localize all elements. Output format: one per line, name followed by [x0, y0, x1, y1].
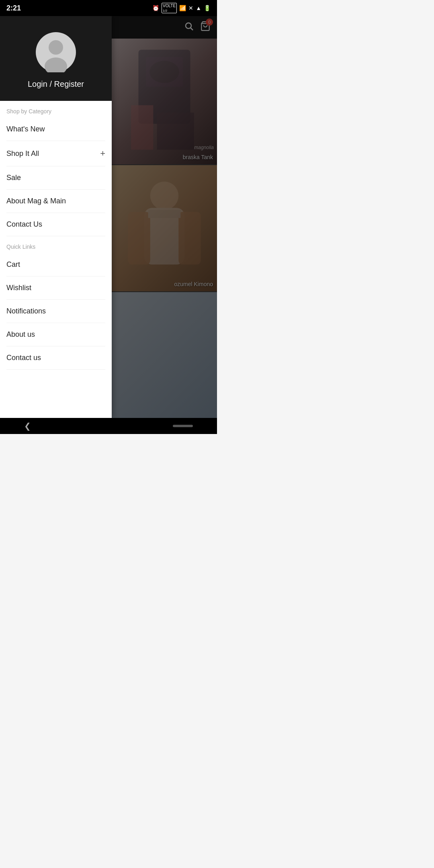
menu-item-sale[interactable]: Sale	[0, 166, 112, 189]
expand-icon: +	[100, 148, 105, 159]
alarm-icon: ⏰	[152, 5, 159, 11]
menu-item-cart[interactable]: Cart	[0, 253, 112, 276]
menu-item-contact-us[interactable]: Contact Us	[0, 213, 112, 236]
menu-item-shop-it-all[interactable]: Shop It All +	[0, 141, 112, 166]
wifi-icon: 📶	[179, 5, 186, 11]
battery-icon: 🔋	[204, 5, 211, 11]
volte-icon: VOLTE1/2	[162, 3, 177, 13]
signal-x-icon: ✕	[188, 5, 193, 11]
menu-label-contact-us-quick: Contact us	[6, 354, 41, 362]
menu-label-cart: Cart	[6, 260, 20, 269]
bottom-bar: ❮	[0, 418, 217, 434]
signal-icon: ▲	[196, 5, 201, 11]
divider	[6, 369, 105, 370]
status-time: 2:21	[6, 4, 21, 12]
menu-item-contact-us-quick[interactable]: Contact us	[0, 346, 112, 369]
side-drawer: Login / Register Shop by Category What's…	[0, 16, 112, 418]
shop-by-category-label: Shop by Category	[0, 101, 112, 118]
login-register-label[interactable]: Login / Register	[28, 80, 84, 89]
main-layout: Login / Register Shop by Category What's…	[0, 16, 217, 418]
menu-label-whats-new: What's New	[6, 125, 45, 133]
drawer-header[interactable]: Login / Register	[0, 16, 112, 101]
drawer-menu: Shop by Category What's New Shop It All …	[0, 101, 112, 418]
svg-point-1	[49, 40, 63, 55]
menu-label-wishlist: Wishlist	[6, 284, 31, 292]
back-button[interactable]: ❮	[24, 421, 31, 431]
menu-item-about-mag-main[interactable]: About Mag & Main	[0, 190, 112, 213]
menu-label-about-mag-main: About Mag & Main	[6, 197, 66, 205]
menu-item-whats-new[interactable]: What's New	[0, 118, 112, 141]
menu-label-shop-it-all: Shop It All	[6, 149, 39, 158]
quick-links-label: Quick Links	[0, 236, 112, 253]
menu-item-notifications[interactable]: Notifications	[0, 300, 112, 323]
avatar	[36, 32, 76, 72]
right-panel: 0 magnolia braska Tank	[112, 16, 217, 418]
home-indicator[interactable]	[173, 425, 193, 427]
menu-label-notifications: Notifications	[6, 307, 46, 315]
menu-label-sale: Sale	[6, 174, 21, 182]
status-bar: 2:21 ⏰ VOLTE1/2 📶 ✕ ▲ 🔋	[0, 0, 217, 16]
drawer-overlay[interactable]	[112, 16, 217, 418]
menu-item-about-us[interactable]: About us	[0, 323, 112, 346]
menu-item-wishlist[interactable]: Wishlist	[0, 276, 112, 299]
menu-label-about-us: About us	[6, 330, 35, 339]
status-icons: ⏰ VOLTE1/2 📶 ✕ ▲ 🔋	[152, 3, 211, 13]
menu-label-contact-us: Contact Us	[6, 220, 42, 229]
